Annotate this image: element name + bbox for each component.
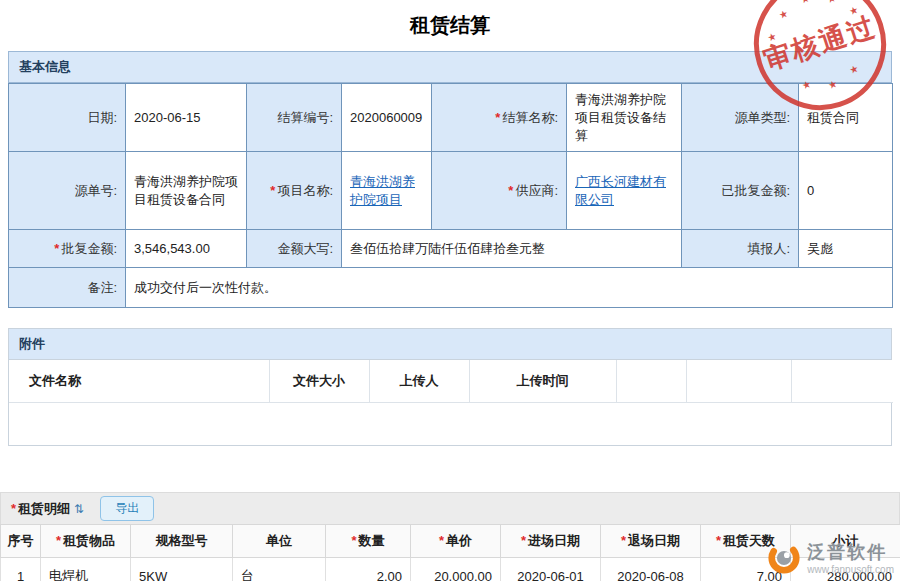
basic-row-4: 备注: 成功交付后一次性付款。 <box>9 268 893 308</box>
sort-arrows-icon[interactable]: ⇅ <box>74 502 84 516</box>
col-item: *租赁物品 <box>41 525 131 558</box>
supplier-link[interactable]: 广西长河建材有限公司 <box>575 174 666 207</box>
cell-exit-date: 2020-06-08 <box>601 558 701 581</box>
settle-no-value: 2020060009 <box>342 84 432 152</box>
remark-label: 备注: <box>9 268 126 308</box>
required-asterisk: * <box>621 533 626 548</box>
cell-item: 电焊机 <box>41 558 131 581</box>
source-type-value: 租赁合同 <box>799 84 893 152</box>
rental-detail-title: 租赁明细 <box>18 500 70 518</box>
source-no-label: 源单号: <box>9 152 126 230</box>
required-asterisk: * <box>351 533 356 548</box>
date-value: 2020-06-15 <box>126 84 247 152</box>
col-empty <box>686 360 791 403</box>
required-asterisk: * <box>521 533 526 548</box>
cell-subtotal: 280,000.00 <box>791 558 900 581</box>
basic-info-section: 基本信息 日期: 2020-06-15 结算编号: 2020060009 *结算… <box>8 51 892 308</box>
approval-amount-label: *批复金额: <box>9 230 126 268</box>
settle-name-label: *结算名称: <box>432 84 567 152</box>
page: 租赁结算 ★ ★ ★ ★ ★ ★ ★ ★ 审核通过 基本信息 日期: 2020-… <box>0 0 900 581</box>
basic-info-header: 基本信息 <box>8 51 892 83</box>
col-price: *单价 <box>411 525 501 558</box>
col-spec: 规格型号 <box>131 525 233 558</box>
cell-spec: 5KW <box>131 558 233 581</box>
cell-unit: 台 <box>233 558 326 581</box>
settle-name-value: 青海洪湖养护院项目租赁设备结算 <box>567 84 682 152</box>
col-enter-date: *进场日期 <box>501 525 601 558</box>
amount-caps-label: 金额大写: <box>247 230 342 268</box>
reporter-label: 填报人: <box>682 230 799 268</box>
reporter-value: 吴彪 <box>799 230 893 268</box>
cell-enter-date: 2020-06-01 <box>501 558 601 581</box>
source-no-value: 青海洪湖养护院项目租赁设备合同 <box>126 152 247 230</box>
required-asterisk: * <box>716 533 721 548</box>
basic-row-3: *批复金额: 3,546,543.00 金额大写: 叁佰伍拾肆万陆仟伍佰肆拾叁元… <box>9 230 893 268</box>
col-file-name: 文件名称 <box>9 360 269 403</box>
required-asterisk: * <box>495 110 500 125</box>
project-value: 青海洪湖养护院项目 <box>342 152 432 230</box>
approved-amount-label: 已批复金额: <box>682 152 799 230</box>
col-file-size: 文件大小 <box>269 360 369 403</box>
col-seq: 序号 <box>1 525 41 558</box>
col-subtotal: 小计 <box>791 525 900 558</box>
rental-detail-table: 序号 *租赁物品 规格型号 单位 *数量 *单价 *进场日期 *退场日期 *租赁… <box>0 524 900 581</box>
approval-amount-value: 3,546,543.00 <box>126 230 247 268</box>
col-empty <box>791 360 893 403</box>
cell-price: 20,000.00 <box>411 558 501 581</box>
required-asterisk: * <box>11 501 16 516</box>
required-asterisk: * <box>270 183 275 198</box>
required-asterisk: * <box>508 183 513 198</box>
date-label: 日期: <box>9 84 126 152</box>
attachments-header-row: 文件名称 文件大小 上传人 上传时间 <box>9 360 893 403</box>
approved-amount-value: 0 <box>799 152 893 230</box>
rental-detail-section: * 租赁明细 ⇅ 导出 序号 *租赁物品 规格型号 单位 *数量 *单价 *进场… <box>0 492 900 581</box>
attachments-empty-area <box>9 403 891 445</box>
col-upload-time: 上传时间 <box>469 360 616 403</box>
col-unit: 单位 <box>233 525 326 558</box>
attachments-section: 附件 文件名称 文件大小 上传人 上传时间 <box>8 328 892 446</box>
col-empty <box>616 360 686 403</box>
col-uploader: 上传人 <box>369 360 469 403</box>
cell-seq: 1 <box>1 558 41 581</box>
col-days: *租赁天数 <box>701 525 791 558</box>
required-asterisk: * <box>56 533 61 548</box>
supplier-value: 广西长河建材有限公司 <box>567 152 682 230</box>
basic-row-2: 源单号: 青海洪湖养护院项目租赁设备合同 *项目名称: 青海洪湖养护院项目 *供… <box>9 152 893 230</box>
required-asterisk: * <box>439 533 444 548</box>
export-button[interactable]: 导出 <box>100 496 154 521</box>
supplier-label: *供应商: <box>432 152 567 230</box>
source-type-label: 源单类型: <box>682 84 799 152</box>
rental-detail-bar: * 租赁明细 ⇅ 导出 <box>0 492 900 524</box>
detail-row: 1 电焊机 5KW 台 2.00 20,000.00 2020-06-01 20… <box>1 558 900 581</box>
amount-caps-value: 叁佰伍拾肆万陆仟伍佰肆拾叁元整 <box>342 230 682 268</box>
attachments-header: 附件 <box>9 329 891 360</box>
detail-header-row: 序号 *租赁物品 规格型号 单位 *数量 *单价 *进场日期 *退场日期 *租赁… <box>1 525 900 558</box>
remark-value: 成功交付后一次性付款。 <box>126 268 893 308</box>
cell-qty: 2.00 <box>326 558 411 581</box>
attachments-table: 文件名称 文件大小 上传人 上传时间 <box>9 360 893 403</box>
settle-no-label: 结算编号: <box>247 84 342 152</box>
basic-row-1: 日期: 2020-06-15 结算编号: 2020060009 *结算名称: 青… <box>9 84 893 152</box>
project-link[interactable]: 青海洪湖养护院项目 <box>350 174 415 207</box>
col-exit-date: *退场日期 <box>601 525 701 558</box>
project-label: *项目名称: <box>247 152 342 230</box>
col-qty: *数量 <box>326 525 411 558</box>
basic-info-table: 日期: 2020-06-15 结算编号: 2020060009 *结算名称: 青… <box>8 83 893 308</box>
cell-days: 7.00 <box>701 558 791 581</box>
page-title: 租赁结算 <box>0 0 900 51</box>
required-asterisk: * <box>54 241 59 256</box>
